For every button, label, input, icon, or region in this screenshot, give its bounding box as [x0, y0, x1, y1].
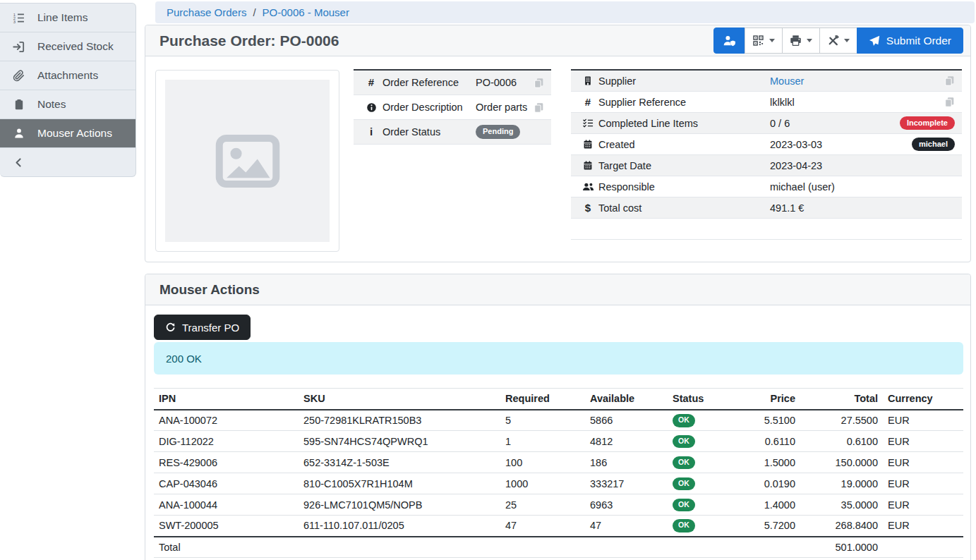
sidebar-item-received-stock[interactable]: Received Stock	[0, 32, 135, 61]
cell-ipn: CAP-043046	[154, 473, 299, 494]
table-row: DIG-112022 595-SN74HCS74QPWRQ1 1 4812 OK…	[154, 431, 963, 452]
detail-row-empty	[571, 219, 962, 240]
cell-currency: EUR	[883, 473, 963, 494]
column-header-available: Available	[585, 389, 668, 410]
cell-price: 0.6110	[738, 431, 800, 452]
cell-required: 47	[500, 516, 585, 537]
cell-required: 5	[500, 410, 585, 431]
breadcrumb-separator: /	[253, 6, 255, 18]
user-icon	[12, 128, 25, 139]
copy-icon[interactable]	[944, 75, 955, 86]
cell-status: OK	[668, 516, 738, 537]
chevron-down-icon	[807, 39, 812, 42]
cell-status: OK	[668, 410, 738, 431]
cell-available: 5866	[585, 410, 668, 431]
cell-ipn: ANA-100072	[154, 410, 299, 431]
ok-badge: OK	[673, 435, 695, 449]
cell-status: OK	[668, 431, 738, 452]
detail-label: Target Date	[598, 160, 770, 171]
page-title: Purchase Order: PO-0006	[159, 32, 339, 49]
detail-row-supplier-reference: # Supplier Reference lklklkl	[571, 92, 962, 113]
sign-in-icon	[12, 41, 25, 53]
image-icon	[215, 134, 280, 188]
printer-icon	[790, 35, 802, 47]
breadcrumb-link-current-order[interactable]: PO-0006 - Mouser	[263, 6, 349, 18]
breadcrumb-link-purchase-orders[interactable]: Purchase Orders	[167, 6, 246, 18]
cell-available: 186	[585, 452, 668, 473]
sidebar-collapse-button[interactable]	[0, 148, 135, 176]
copy-icon[interactable]	[534, 78, 544, 88]
total-value: 501.0000	[800, 537, 883, 558]
svg-text:3: 3	[13, 19, 16, 23]
qrcode-icon	[752, 35, 764, 47]
cell-total: 268.8400	[800, 516, 883, 537]
ok-badge: OK	[673, 477, 695, 491]
chevron-down-icon	[844, 39, 850, 42]
order-details-table: # Order Reference PO-0006 Order Descript…	[354, 69, 551, 145]
cell-required: 25	[500, 494, 585, 516]
table-total-row: Total 501.0000	[154, 537, 963, 558]
cell-price: 5.7200	[738, 516, 800, 537]
detail-row-responsible: Responsible michael (user)	[571, 176, 962, 197]
sidebar-item-notes[interactable]: Notes	[0, 90, 135, 119]
users-icon	[577, 181, 598, 192]
transfer-po-button[interactable]: Transfer PO	[154, 315, 251, 340]
detail-label: Supplier Reference	[598, 97, 770, 108]
cell-currency: EUR	[883, 431, 963, 452]
cell-sku: 250-72981KLRATR150B3	[299, 410, 500, 431]
detail-value: 491.1 €	[770, 202, 804, 214]
cell-ipn: RES-429006	[154, 452, 299, 473]
cell-price: 1.5000	[738, 452, 800, 473]
column-header-sku: SKU	[299, 389, 500, 410]
cell-available: 6963	[585, 494, 668, 516]
order-panel-body: # Order Reference PO-0006 Order Descript…	[145, 56, 970, 262]
detail-row-order-description: Order Description Order parts	[354, 95, 551, 120]
order-image-card[interactable]	[155, 70, 339, 252]
cell-price: 1.4000	[738, 494, 800, 516]
ok-badge: OK	[673, 456, 695, 470]
calendar-icon	[577, 139, 598, 150]
cell-total: 35.0000	[800, 494, 883, 516]
detail-value: michael (user)	[770, 181, 835, 193]
cell-ipn: DIG-112022	[154, 431, 299, 452]
order-options-button[interactable]	[819, 28, 857, 54]
sidebar-item-mouser-actions[interactable]: Mouser Actions	[0, 119, 135, 148]
copy-icon[interactable]	[944, 97, 955, 107]
detail-label: Order Reference	[382, 77, 476, 88]
incomplete-badge: Incomplete	[900, 116, 955, 130]
copy-icon[interactable]	[534, 102, 544, 113]
sidebar-item-line-items[interactable]: 123 Line Items	[0, 4, 135, 32]
cell-required: 100	[500, 452, 585, 473]
ok-badge: OK	[673, 499, 695, 512]
submit-order-label: Submit Order	[886, 35, 951, 47]
list-check-icon	[577, 118, 598, 128]
barcode-actions-button[interactable]	[745, 28, 783, 54]
sidebar-item-label: Line Items	[37, 11, 88, 24]
supplier-link[interactable]: Mouser	[770, 75, 804, 87]
cell-sku: 652-3314Z-1-503E	[299, 452, 500, 473]
cell-available: 4812	[585, 431, 668, 452]
print-actions-button[interactable]	[782, 28, 820, 54]
actions-panel-body: Transfer PO 200 OK IPN SKU Required Avai…	[145, 305, 970, 560]
detail-label: Created	[598, 139, 770, 150]
paperclip-icon	[12, 70, 25, 82]
actions-panel-header: Mouser Actions	[145, 274, 970, 305]
detail-row-order-reference: # Order Reference PO-0006	[354, 71, 551, 95]
cell-total: 0.6100	[800, 431, 883, 452]
column-header-required: Required	[500, 389, 585, 410]
rotate-icon	[165, 322, 176, 333]
sidebar-item-attachments[interactable]: Attachments	[0, 61, 135, 90]
sidebar-item-label: Notes	[37, 98, 66, 111]
cell-status: OK	[668, 473, 738, 494]
column-header-currency: Currency	[883, 389, 963, 410]
list-ol-icon: 123	[12, 12, 25, 24]
detail-value: 0 / 6	[770, 118, 790, 129]
cell-required: 1000	[500, 473, 585, 494]
submit-order-button[interactable]: Submit Order	[857, 28, 963, 54]
detail-row-supplier: Supplier Mouser	[571, 71, 962, 92]
chevron-left-icon	[12, 157, 25, 168]
user-badge: michael	[912, 138, 955, 151]
detail-value: lklklkl	[770, 97, 795, 108]
user-permissions-button[interactable]	[713, 28, 745, 54]
total-label: Total	[154, 537, 299, 558]
